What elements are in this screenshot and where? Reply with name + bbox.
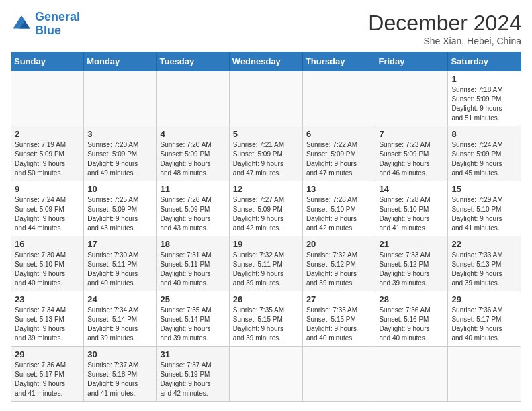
day-info: Sunrise: 7:35 AM Sunset: 5:15 PM Dayligh… <box>306 306 372 343</box>
calendar-cell: 12Sunrise: 7:27 AM Sunset: 5:09 PM Dayli… <box>229 181 302 236</box>
calendar-cell <box>229 71 302 126</box>
day-info: Sunrise: 7:24 AM Sunset: 5:09 PM Dayligh… <box>15 195 80 233</box>
day-number: 19 <box>233 239 299 249</box>
calendar-cell: 29Sunrise: 7:36 AM Sunset: 5:17 PM Dayli… <box>448 291 521 347</box>
header-sunday: Sunday <box>11 52 84 71</box>
day-number: 14 <box>379 184 444 194</box>
calendar-cell: 3Sunrise: 7:20 AM Sunset: 5:09 PM Daylig… <box>84 126 157 181</box>
header-tuesday: Tuesday <box>157 52 229 71</box>
day-number: 17 <box>87 239 152 249</box>
day-info: Sunrise: 7:22 AM Sunset: 5:09 PM Dayligh… <box>306 140 372 178</box>
header-monday: Monday <box>84 52 157 71</box>
day-number: 3 <box>87 129 152 139</box>
day-info: Sunrise: 7:20 AM Sunset: 5:09 PM Dayligh… <box>160 140 225 178</box>
day-number: 24 <box>87 294 152 304</box>
day-info: Sunrise: 7:20 AM Sunset: 5:09 PM Dayligh… <box>87 140 152 178</box>
calendar-cell: 28Sunrise: 7:36 AM Sunset: 5:16 PM Dayli… <box>375 291 448 347</box>
calendar-cell: 24Sunrise: 7:34 AM Sunset: 5:14 PM Dayli… <box>84 291 157 347</box>
day-info: Sunrise: 7:24 AM Sunset: 5:09 PM Dayligh… <box>451 140 517 178</box>
day-info: Sunrise: 7:26 AM Sunset: 5:09 PM Dayligh… <box>160 195 225 233</box>
calendar-week-row: 23Sunrise: 7:34 AM Sunset: 5:13 PM Dayli… <box>11 291 521 347</box>
calendar-cell: 2Sunrise: 7:19 AM Sunset: 5:09 PM Daylig… <box>11 126 84 181</box>
calendar-cell: 29Sunrise: 7:36 AM Sunset: 5:17 PM Dayli… <box>11 347 84 402</box>
day-info: Sunrise: 7:37 AM Sunset: 5:19 PM Dayligh… <box>160 361 225 398</box>
calendar-cell: 19Sunrise: 7:32 AM Sunset: 5:11 PM Dayli… <box>229 236 302 291</box>
calendar-week-row: 16Sunrise: 7:30 AM Sunset: 5:10 PM Dayli… <box>11 236 521 291</box>
calendar-cell: 25Sunrise: 7:35 AM Sunset: 5:14 PM Dayli… <box>157 291 229 347</box>
day-info: Sunrise: 7:36 AM Sunset: 5:17 PM Dayligh… <box>451 306 517 343</box>
day-info: Sunrise: 7:29 AM Sunset: 5:10 PM Dayligh… <box>451 195 517 233</box>
day-info: Sunrise: 7:36 AM Sunset: 5:17 PM Dayligh… <box>15 361 80 398</box>
logo-blue: Blue <box>35 24 80 38</box>
calendar-cell <box>302 71 375 126</box>
calendar-cell <box>84 71 157 126</box>
location-title: She Xian, Hebei, China <box>368 36 521 46</box>
day-number: 31 <box>160 349 225 359</box>
day-number: 13 <box>306 184 372 194</box>
header-friday: Friday <box>375 52 448 71</box>
header-thursday: Thursday <box>302 52 375 71</box>
day-number: 7 <box>379 129 444 139</box>
logo-icon <box>11 13 32 35</box>
logo-text: General Blue <box>35 11 80 38</box>
calendar-cell: 11Sunrise: 7:26 AM Sunset: 5:09 PM Dayli… <box>157 181 229 236</box>
day-info: Sunrise: 7:32 AM Sunset: 5:11 PM Dayligh… <box>233 250 299 288</box>
day-info: Sunrise: 7:30 AM Sunset: 5:11 PM Dayligh… <box>87 250 152 288</box>
calendar-cell: 30Sunrise: 7:37 AM Sunset: 5:18 PM Dayli… <box>84 347 157 402</box>
calendar-cell: 13Sunrise: 7:28 AM Sunset: 5:10 PM Dayli… <box>302 181 375 236</box>
calendar-cell <box>375 71 448 126</box>
day-number: 12 <box>233 184 299 194</box>
calendar-cell: 14Sunrise: 7:28 AM Sunset: 5:10 PM Dayli… <box>375 181 448 236</box>
day-info: Sunrise: 7:32 AM Sunset: 5:12 PM Dayligh… <box>306 250 372 288</box>
calendar-cell: 15Sunrise: 7:29 AM Sunset: 5:10 PM Dayli… <box>448 181 521 236</box>
day-info: Sunrise: 7:35 AM Sunset: 5:14 PM Dayligh… <box>160 306 225 343</box>
day-number: 15 <box>451 184 517 194</box>
day-number: 11 <box>160 184 225 194</box>
day-number: 27 <box>306 294 372 304</box>
calendar-week-row: 1Sunrise: 7:18 AM Sunset: 5:09 PM Daylig… <box>11 71 521 126</box>
day-info: Sunrise: 7:31 AM Sunset: 5:11 PM Dayligh… <box>160 250 225 288</box>
calendar-table: Sunday Monday Tuesday Wednesday Thursday… <box>11 52 521 402</box>
day-number: 29 <box>451 294 517 304</box>
calendar-cell: 20Sunrise: 7:32 AM Sunset: 5:12 PM Dayli… <box>302 236 375 291</box>
day-number: 5 <box>233 129 299 139</box>
day-number: 18 <box>160 239 225 249</box>
calendar-cell: 27Sunrise: 7:35 AM Sunset: 5:15 PM Dayli… <box>302 291 375 347</box>
day-info: Sunrise: 7:28 AM Sunset: 5:10 PM Dayligh… <box>379 195 444 233</box>
calendar-cell: 21Sunrise: 7:33 AM Sunset: 5:12 PM Dayli… <box>375 236 448 291</box>
logo: General Blue <box>11 11 80 38</box>
day-number: 6 <box>306 129 372 139</box>
day-number: 23 <box>15 294 80 304</box>
calendar-cell: 5Sunrise: 7:21 AM Sunset: 5:09 PM Daylig… <box>229 126 302 181</box>
day-number: 1 <box>451 74 517 84</box>
calendar-cell <box>302 347 375 402</box>
day-number: 20 <box>306 239 372 249</box>
day-number: 26 <box>233 294 299 304</box>
day-number: 2 <box>15 129 80 139</box>
day-info: Sunrise: 7:37 AM Sunset: 5:18 PM Dayligh… <box>87 361 152 398</box>
calendar-cell: 4Sunrise: 7:20 AM Sunset: 5:09 PM Daylig… <box>157 126 229 181</box>
calendar-cell <box>375 347 448 402</box>
calendar-cell: 31Sunrise: 7:37 AM Sunset: 5:19 PM Dayli… <box>157 347 229 402</box>
day-info: Sunrise: 7:35 AM Sunset: 5:15 PM Dayligh… <box>233 306 299 343</box>
day-number: 28 <box>379 294 444 304</box>
day-info: Sunrise: 7:34 AM Sunset: 5:14 PM Dayligh… <box>87 306 152 343</box>
calendar-week-row: 29Sunrise: 7:36 AM Sunset: 5:17 PM Dayli… <box>11 347 521 402</box>
calendar-cell: 8Sunrise: 7:24 AM Sunset: 5:09 PM Daylig… <box>448 126 521 181</box>
header-saturday: Saturday <box>448 52 521 71</box>
day-info: Sunrise: 7:18 AM Sunset: 5:09 PM Dayligh… <box>451 85 517 123</box>
calendar-cell: 7Sunrise: 7:23 AM Sunset: 5:09 PM Daylig… <box>375 126 448 181</box>
calendar-week-row: 2Sunrise: 7:19 AM Sunset: 5:09 PM Daylig… <box>11 126 521 181</box>
day-number: 9 <box>15 184 80 194</box>
day-number: 10 <box>87 184 152 194</box>
day-number: 21 <box>379 239 444 249</box>
calendar-cell: 22Sunrise: 7:33 AM Sunset: 5:13 PM Dayli… <box>448 236 521 291</box>
calendar-cell: 26Sunrise: 7:35 AM Sunset: 5:15 PM Dayli… <box>229 291 302 347</box>
page-header: General Blue December 2024 She Xian, Heb… <box>11 11 521 46</box>
month-title: December 2024 <box>368 11 521 36</box>
calendar-cell <box>157 71 229 126</box>
header-wednesday: Wednesday <box>229 52 302 71</box>
day-number: 29 <box>15 349 80 359</box>
day-info: Sunrise: 7:23 AM Sunset: 5:09 PM Dayligh… <box>379 140 444 178</box>
day-number: 25 <box>160 294 225 304</box>
